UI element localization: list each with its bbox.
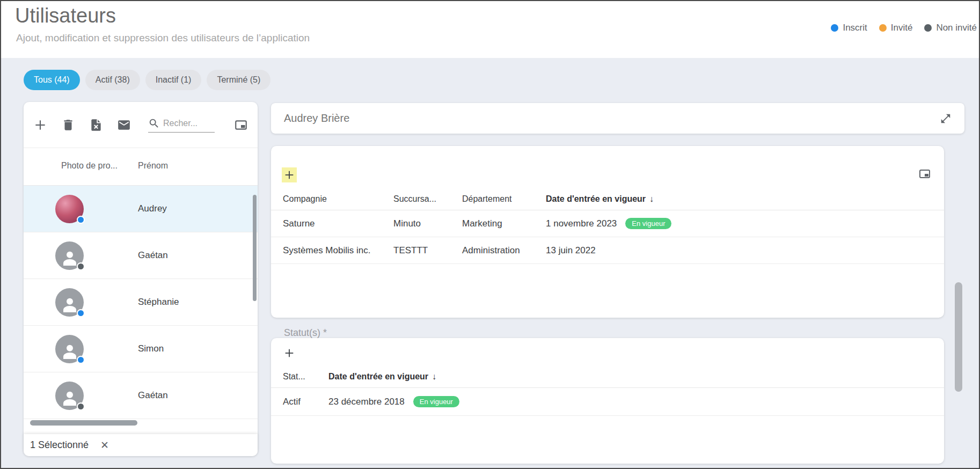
statuses-section-label: Statut(s) *: [284, 327, 327, 339]
col-header-date-label: Date d'entrée en vigueur: [328, 372, 428, 382]
user-rows: Audrey Gaétan Stéphanie: [24, 186, 258, 419]
cell-succursale: TESTTT: [393, 245, 462, 256]
page-subtitle: Ajout, modification et suppression des u…: [16, 32, 310, 44]
status-dot: [77, 356, 85, 364]
tab-termine[interactable]: Terminé (5): [207, 70, 270, 90]
en-vigueur-badge: En vigueur: [413, 396, 459, 407]
cell-succursale: Minuto: [393, 218, 462, 229]
app-window: Utilisateurs Ajout, modification et supp…: [0, 0, 980, 469]
col-header-date-sorted[interactable]: Date d'entrée en vigueur ↓: [328, 372, 944, 382]
col-header-succursale[interactable]: Succursa...: [393, 194, 462, 204]
add-status-button[interactable]: [282, 346, 297, 361]
columns-icon[interactable]: [918, 167, 931, 180]
en-vigueur-badge: En vigueur: [625, 218, 671, 229]
date-value: 13 juin 2022: [546, 245, 596, 256]
user-first-name: Simon: [138, 343, 164, 354]
page-header: Utilisateurs Ajout, modification et supp…: [1, 1, 979, 58]
tab-tous[interactable]: Tous (44): [24, 70, 80, 90]
expand-icon[interactable]: [940, 113, 952, 124]
user-row-audrey[interactable]: Audrey: [24, 186, 258, 232]
user-first-name: Stéphanie: [138, 297, 179, 307]
cell-statut: Actif: [271, 397, 328, 407]
column-header-prenom[interactable]: Prénom: [138, 161, 168, 171]
departments-panel: Compagnie Succursa... Département Date d…: [271, 146, 944, 318]
list-horizontal-scrollbar[interactable]: [30, 420, 137, 426]
detail-user-name: Audrey Brière: [284, 112, 349, 124]
cell-departement: Marketing: [462, 218, 546, 229]
invite-dot-icon: [879, 24, 887, 32]
legend-label-inscrit: Inscrit: [843, 23, 867, 33]
col-header-compagnie[interactable]: Compagnie: [271, 194, 393, 204]
delete-user-button[interactable]: [61, 118, 75, 132]
add-department-button[interactable]: [282, 167, 297, 182]
avatar-placeholder: [55, 335, 84, 363]
user-detail-header: Audrey Brière: [271, 103, 964, 134]
department-row[interactable]: Saturne Minuto Marketing 1 novembre 2023…: [271, 210, 944, 237]
user-row-gaetan-1[interactable]: Gaétan: [24, 232, 258, 279]
list-vertical-scrollbar[interactable]: [253, 195, 257, 301]
status-dot: [77, 262, 85, 270]
selected-count-label: 1 Sélectionné: [30, 439, 89, 451]
departments-table: Compagnie Succursa... Département Date d…: [271, 188, 944, 264]
non-invite-dot-icon: [924, 24, 932, 32]
col-header-departement[interactable]: Département: [462, 194, 546, 204]
user-list-panel: Photo de pro... Prénom Audrey Gaétan: [24, 102, 258, 456]
user-first-name: Gaétan: [138, 390, 168, 401]
user-row-gaetan-2[interactable]: Gaétan: [24, 372, 258, 419]
search-icon: [148, 118, 160, 129]
legend-item-non-invite: Non invité: [924, 23, 977, 33]
send-mail-button[interactable]: [117, 118, 131, 132]
avatar-placeholder: [55, 288, 84, 317]
inscrit-dot-icon: [831, 24, 838, 32]
cell-date: 23 décembre 2018 En vigueur: [328, 396, 944, 407]
selection-footer: 1 Sélectionné ✕: [24, 434, 258, 456]
export-excel-button[interactable]: [89, 118, 103, 132]
departments-table-header: Compagnie Succursa... Département Date d…: [271, 188, 944, 210]
avatar-photo: [55, 195, 84, 223]
legend-label-invite: Invité: [891, 23, 913, 33]
sort-desc-icon: ↓: [649, 194, 654, 204]
clear-selection-button[interactable]: ✕: [100, 439, 109, 451]
sort-desc-icon: ↓: [432, 372, 436, 382]
user-first-name: Audrey: [138, 203, 167, 214]
add-user-button[interactable]: [33, 118, 47, 132]
col-header-date-label: Date d'entrée en vigueur: [546, 194, 646, 204]
status-dot: [77, 402, 85, 411]
tab-actif[interactable]: Actif (38): [85, 70, 140, 90]
columns-icon[interactable]: [234, 118, 248, 132]
statuses-table: Stat... Date d'entrée en vigueur ↓ Actif…: [271, 366, 944, 416]
legend-item-invite: Invité: [879, 23, 913, 33]
status-dot: [77, 216, 85, 224]
status-legend: Inscrit Invité Non invité: [831, 23, 977, 33]
col-header-statut[interactable]: Stat...: [271, 372, 328, 382]
status-row[interactable]: Actif 23 décembre 2018 En vigueur: [271, 388, 944, 416]
user-first-name: Gaétan: [138, 250, 168, 261]
status-dot: [77, 309, 85, 317]
search-input[interactable]: [163, 119, 215, 128]
cell-compagnie: Systèmes Mobilis inc.: [271, 245, 393, 256]
search-box: [148, 118, 215, 133]
filter-tabs: Tous (44) Actif (38) Inactif (1) Terminé…: [24, 70, 270, 90]
user-row-stephanie[interactable]: Stéphanie: [24, 279, 258, 326]
page-title: Utilisateurs: [15, 4, 116, 27]
statuses-table-header: Stat... Date d'entrée en vigueur ↓: [271, 366, 944, 388]
date-value: 23 décembre 2018: [328, 397, 405, 407]
tab-inactif[interactable]: Inactif (1): [145, 70, 202, 90]
user-row-simon[interactable]: Simon: [24, 326, 258, 372]
avatar-placeholder: [55, 382, 84, 410]
user-list-toolbar: [24, 102, 258, 148]
statuses-panel: Stat... Date d'entrée en vigueur ↓ Actif…: [271, 338, 944, 464]
cell-date: 13 juin 2022: [546, 245, 944, 256]
avatar-placeholder: [55, 241, 84, 270]
date-value: 1 novembre 2023: [546, 218, 617, 229]
cell-date: 1 novembre 2023 En vigueur: [546, 218, 944, 229]
col-header-date-sorted[interactable]: Date d'entrée en vigueur ↓: [546, 194, 944, 204]
cell-departement: Administration: [462, 245, 546, 256]
column-header-photo[interactable]: Photo de pro...: [61, 161, 118, 171]
legend-label-non-invite: Non invité: [936, 23, 977, 33]
detail-vertical-scrollbar[interactable]: [955, 282, 962, 392]
user-list-header: Photo de pro... Prénom: [24, 148, 258, 186]
legend-item-inscrit: Inscrit: [831, 23, 867, 33]
department-row[interactable]: Systèmes Mobilis inc. TESTTT Administrat…: [271, 237, 944, 264]
cell-compagnie: Saturne: [271, 218, 393, 229]
